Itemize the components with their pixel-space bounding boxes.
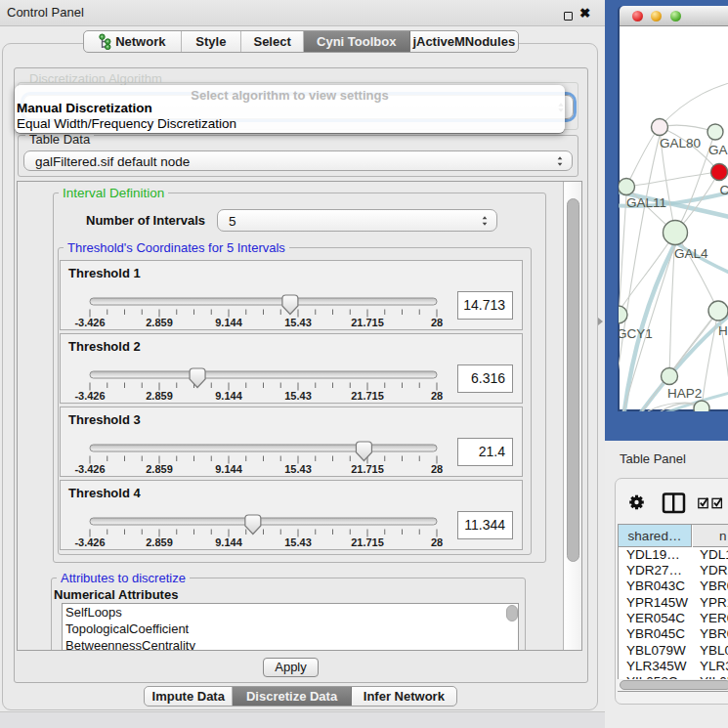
- svg-text:15.43: 15.43: [284, 536, 312, 548]
- svg-text:-3.426: -3.426: [74, 463, 105, 475]
- svg-text:2.859: 2.859: [146, 317, 173, 328]
- svg-text:15.43: 15.43: [284, 390, 312, 402]
- svg-text:-3.426: -3.426: [74, 390, 105, 402]
- svg-text:GAL4: GAL4: [674, 246, 708, 261]
- svg-text:-3.426: -3.426: [74, 536, 105, 548]
- svg-text:2.859: 2.859: [146, 536, 173, 548]
- svg-text:9.144: 9.144: [215, 536, 242, 548]
- svg-text:21.715: 21.715: [351, 317, 384, 328]
- svg-text:28: 28: [431, 463, 443, 475]
- svg-text:C: C: [720, 183, 728, 197]
- svg-text:28: 28: [431, 317, 443, 328]
- svg-text:GA: GA: [708, 143, 728, 157]
- svg-text:GAL80: GAL80: [660, 136, 701, 150]
- svg-text:9.144: 9.144: [215, 317, 242, 328]
- svg-text:21.715: 21.715: [351, 390, 384, 402]
- svg-text:28: 28: [431, 536, 443, 548]
- svg-text:21.715: 21.715: [351, 536, 384, 548]
- svg-text:9.144: 9.144: [215, 390, 242, 402]
- svg-text:28: 28: [431, 390, 443, 402]
- svg-text:15.43: 15.43: [284, 463, 312, 475]
- svg-text:GAL11: GAL11: [626, 195, 666, 210]
- svg-text:H: H: [718, 323, 728, 338]
- svg-text:-3.426: -3.426: [74, 317, 105, 328]
- svg-text:9.144: 9.144: [215, 463, 242, 475]
- svg-text:GCY1: GCY1: [619, 326, 653, 341]
- svg-text:2.859: 2.859: [146, 463, 173, 475]
- svg-text:2.859: 2.859: [146, 390, 173, 402]
- svg-text:21.715: 21.715: [351, 463, 384, 475]
- svg-text:15.43: 15.43: [284, 317, 312, 328]
- svg-text:HAP2: HAP2: [667, 386, 702, 401]
